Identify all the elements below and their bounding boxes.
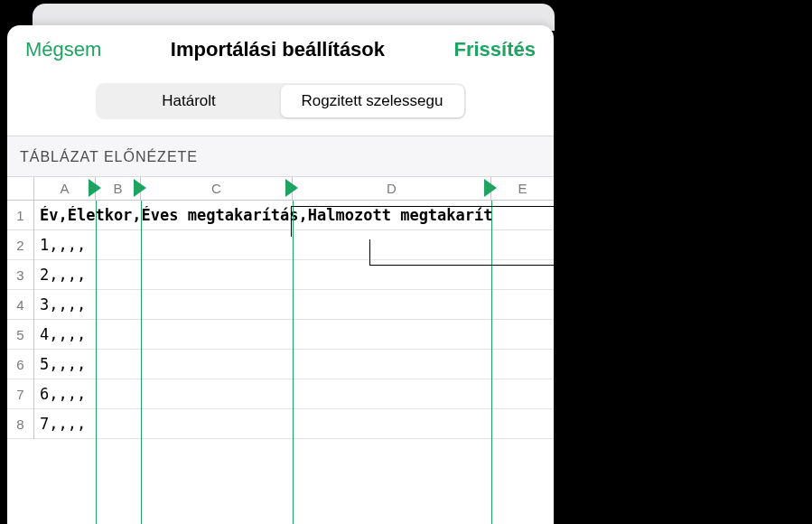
row-content: 1,,,, xyxy=(34,236,86,254)
callout-leader xyxy=(291,206,292,237)
row-number: 2 xyxy=(7,230,34,260)
col-header-c[interactable]: C xyxy=(141,177,293,200)
callout-leader xyxy=(369,239,370,265)
column-divider[interactable] xyxy=(141,201,142,524)
col-header-d[interactable]: D xyxy=(293,177,491,200)
row-content: Év,Életkor,Éves megtakarítás,Halmozott m… xyxy=(34,206,493,224)
table-row: 7 6,,,, xyxy=(7,379,554,409)
table-preview: A B C D E 1 xyxy=(7,177,554,439)
layout-segmented-control[interactable]: Határolt Rogzitett szelessegu xyxy=(96,83,466,119)
col-header-a[interactable]: A xyxy=(34,177,96,200)
column-divider[interactable] xyxy=(293,201,294,524)
callout-drag: Húzza el az oszlopszélesség módosításáho… xyxy=(569,117,804,195)
row-number: 7 xyxy=(7,379,34,409)
data-rows: 1 Év,Életkor,Éves megtakarítás,Halmozott… xyxy=(7,201,554,439)
table-row: 6 5,,,, xyxy=(7,350,554,379)
callout-leader xyxy=(291,206,569,207)
column-divider[interactable] xyxy=(96,201,97,524)
cancel-button[interactable]: Mégsem xyxy=(25,38,101,61)
segment-delimited[interactable]: Határolt xyxy=(98,85,281,117)
row-content: 4,,,, xyxy=(34,325,86,343)
row-number: 6 xyxy=(7,350,34,379)
preview-section-label: TÁBLÁZAT ELŐNÉZETE xyxy=(7,136,554,177)
row-number: 4 xyxy=(7,290,34,320)
callout-tap: Koppintson ide egy új oszlop hozzáadásáh… xyxy=(569,219,804,270)
column-divider[interactable] xyxy=(491,201,492,524)
modal-header: Mégsem Importálási beállítások Frissítés xyxy=(7,25,554,72)
callout-leader xyxy=(369,265,569,266)
col-letter: B xyxy=(113,181,122,196)
row-number: 1 xyxy=(7,201,34,230)
row-content: 7,,,, xyxy=(34,415,86,433)
column-resize-handle-icon[interactable] xyxy=(285,179,298,197)
column-resize-handle-icon[interactable] xyxy=(134,179,146,197)
row-content: 2,,,, xyxy=(34,266,86,284)
update-button[interactable]: Frissítés xyxy=(454,38,537,61)
modal-title: Importálási beállítások xyxy=(171,38,385,61)
column-header-row: A B C D E xyxy=(7,177,554,201)
col-letter: E xyxy=(518,181,527,196)
table-row: 5 4,,,, xyxy=(7,320,554,350)
col-letter: D xyxy=(387,181,397,196)
segment-fixed-width[interactable]: Rogzitett szelessegu xyxy=(281,85,464,117)
row-number: 8 xyxy=(7,409,34,439)
row-content: 6,,,, xyxy=(34,385,86,403)
col-letter: A xyxy=(60,181,69,196)
table-row: 4 3,,,, xyxy=(7,290,554,320)
col-header-b[interactable]: B xyxy=(96,177,141,200)
table-row: 8 7,,,, xyxy=(7,409,554,439)
table-row: 2 1,,,, xyxy=(7,230,554,260)
col-header-e[interactable]: E xyxy=(491,177,554,200)
column-resize-handle-icon[interactable] xyxy=(89,179,101,197)
column-resize-handle-icon[interactable] xyxy=(484,179,497,197)
row-number: 5 xyxy=(7,320,34,350)
corner-spacer xyxy=(7,177,34,200)
callouts: Húzza el az oszlopszélesség módosításáho… xyxy=(569,117,804,294)
table-row: 1 Év,Életkor,Éves megtakarítás,Halmozott… xyxy=(7,201,554,230)
col-letter: C xyxy=(211,181,221,196)
row-content: 3,,,, xyxy=(34,295,86,313)
row-content: 5,,,, xyxy=(34,355,86,373)
import-settings-modal: Mégsem Importálási beállítások Frissítés… xyxy=(7,25,554,524)
row-number: 3 xyxy=(7,260,34,290)
